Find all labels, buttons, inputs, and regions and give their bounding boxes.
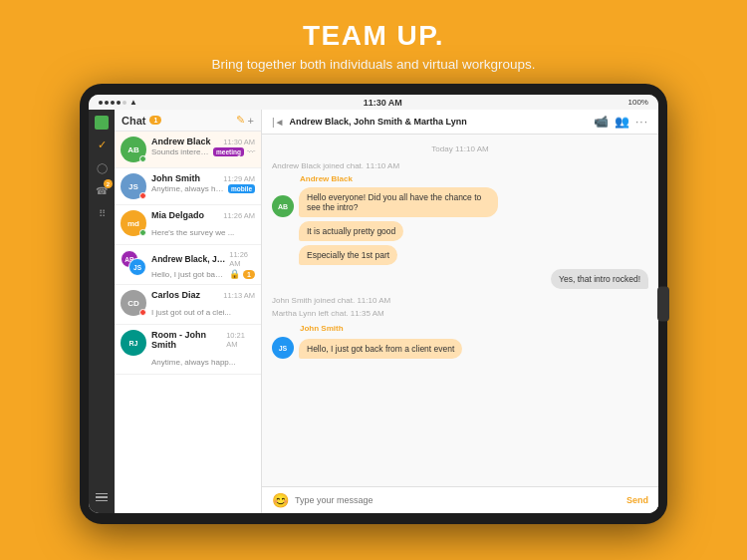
message-row: Especially the 1st part [272,245,648,265]
icon-sidebar: ✓ ◯ ☎ 2 ⠿ [89,110,115,513]
chat-name: Andrew Black [151,137,211,146]
chat-name: Carlos Diaz [151,290,200,300]
lock-icon: 🔒 [229,269,240,279]
app-body: ✓ ◯ ☎ 2 ⠿ Chat 1 [89,110,658,513]
list-item[interactable]: JS John Smith 11:29 AM Anytime, always h… [115,168,261,205]
emoji-button[interactable]: 😊 [272,492,289,508]
chat-list-header: Chat 1 ✎ + [115,110,261,132]
message-row: AB Hello everyone! Did you all have the … [272,187,648,217]
sidebar-icon-phone[interactable]: ☎ 2 [94,182,110,198]
msg-bubble: It is actually pretty good [299,221,403,241]
message-input[interactable] [295,495,621,505]
list-item[interactable]: RJ Room - John Smith 10:21 AM Anytime, a… [115,325,261,375]
unread-badge: 1 [243,270,255,279]
message-row: Yes, that intro rocked! [272,269,648,289]
list-item[interactable]: md Mia Delgado 11:26 AM Here's the surve… [115,205,261,245]
chat-list-title: Chat [122,115,145,127]
wifi-icon: ▲ [129,98,137,107]
avatar: JS [121,173,146,199]
page-title: TEAM UP. [212,20,536,52]
chat-items-list: AB Andrew Black 11:30 AM Sounds interest… [115,132,261,513]
sidebar-icon-check[interactable]: ✓ [94,137,110,152]
sidebar-icon-green-square[interactable] [95,116,109,130]
meeting-tag: meeting [213,147,244,156]
system-message: Andrew Black joined chat. 11:10 AM [272,161,648,170]
messages-area: Today 11:10 AM Andrew Black joined chat.… [262,135,658,486]
chat-input-area: 😊 Send [262,486,658,513]
avatar: CD [121,290,146,316]
message-row: JS Hello, I just got back from a client … [272,337,648,359]
system-message: John Smith joined chat. 11:10 AM [272,296,648,305]
status-bar: ▲ 11:30 AM 100% [89,95,658,110]
sender-name-label: Andrew Black [300,174,648,183]
group-avatar: AB JS [121,250,146,276]
avatar: md [121,210,146,236]
list-item[interactable]: AB Andrew Black 11:30 AM Sounds interest… [115,132,261,168]
back-icon[interactable]: |◄ [272,117,285,128]
list-item[interactable]: CD Carlos Diaz 11:13 AM I just got out o… [115,285,261,325]
sidebar-icon-grid[interactable]: ⠿ [94,205,110,221]
device-screen: ▲ 11:30 AM 100% ✓ ◯ ☎ 2 ⠿ [89,95,658,513]
msg-avatar: JS [272,337,294,359]
status-time: 11:30 AM [364,98,402,108]
sidebar-icon-person[interactable]: ◯ [94,159,110,175]
chat-time: 11:29 AM [223,174,255,183]
system-message: Martha Lynn left chat. 11:35 AM [272,309,648,318]
chat-name: Mia Delgado [151,210,204,220]
chat-unread-badge: 1 [149,116,161,125]
chat-preview: I just got out of a clei... [151,308,231,317]
mobile-tag: mobile [228,184,255,193]
home-button[interactable] [657,287,669,322]
wave-icon: 〰 [247,147,255,156]
avatar: RJ [121,330,146,356]
chat-time: 10:21 AM [226,331,255,349]
chat-preview: Here's the survey we ... [151,228,234,237]
chat-time: 11:26 AM [223,211,255,220]
msg-bubble-outgoing: Yes, that intro rocked! [551,269,648,289]
chat-list-panel: Chat 1 ✎ + AB [115,110,262,513]
msg-avatar: AB [272,195,294,217]
group-icon[interactable]: 👥 [615,115,629,129]
sidebar-hamburger[interactable] [96,493,108,508]
page-subtitle: Bring together both individuals and virt… [212,57,536,72]
list-item[interactable]: AB JS Andrew Black, Jonh S... 11:26 AM H… [115,245,261,285]
send-button[interactable]: Send [626,495,648,505]
msg-bubble: Hello, I just got back from a client eve… [299,339,462,359]
date-label: Today 11:10 AM [272,144,648,153]
status-left: ▲ [99,98,137,107]
video-icon[interactable]: 📹 [594,115,609,129]
avatar: AB [121,137,146,162]
chat-name: Room - John Smith [151,330,226,350]
page-header: TEAM UP. Bring together both individuals… [192,0,556,84]
chat-time: 11:13 AM [223,291,255,300]
chat-preview: Hello, I just got back ... [151,270,226,279]
edit-icon[interactable]: ✎ [236,114,245,127]
chat-header: |◄ Andrew Black, John Smith & Martha Lyn… [262,110,658,135]
chat-time: 11:30 AM [223,138,255,146]
chat-name: John Smith [151,173,200,183]
sender-name-label: John Smith [300,324,648,333]
compose-icon[interactable]: + [248,115,254,127]
msg-bubble: Especially the 1st part [299,245,397,265]
chat-preview: Anytime, always happ... [151,358,235,367]
chat-preview: Sounds interesting [151,147,210,156]
msg-bubble: Hello everyone! Did you all have the cha… [299,187,498,217]
chat-preview: Anytime, always happ... [151,184,225,193]
more-options-icon[interactable]: ··· [635,115,648,129]
battery-indicator: 100% [628,98,648,107]
chat-content-panel: |◄ Andrew Black, John Smith & Martha Lyn… [262,110,658,513]
chat-header-title: Andrew Black, John Smith & Martha Lynn [290,117,467,127]
chat-name: Andrew Black, Jonh S... [151,254,229,264]
chat-time: 11:26 AM [229,250,255,268]
message-row: It is actually pretty good [272,221,648,241]
device-frame: ▲ 11:30 AM 100% ✓ ◯ ☎ 2 ⠿ [80,84,667,524]
